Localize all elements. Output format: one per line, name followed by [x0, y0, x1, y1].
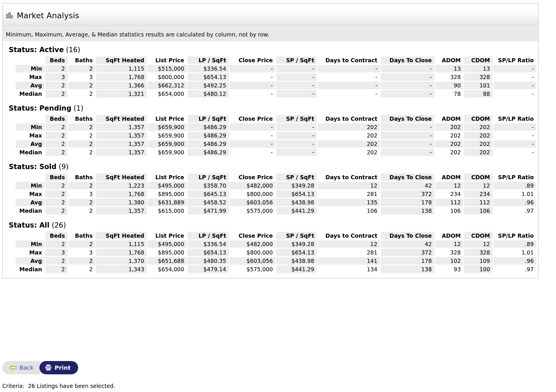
stat-cell: 372 — [381, 190, 434, 198]
stat-cell: 328 — [464, 73, 493, 81]
stat-cell: 100 — [464, 265, 493, 273]
stat-cell: 234 — [435, 190, 463, 198]
stat-cell: $631,889 — [148, 199, 187, 206]
stat-cell: 2 — [68, 82, 95, 89]
stats-row: Min221,115$495,000$336.54$482,000$349.28… — [16, 240, 536, 248]
stat-cell: 13 — [464, 65, 493, 72]
stat-cell: - — [276, 82, 317, 89]
stats-row: Max221,357$659,900$486.29--202-202202- — [16, 132, 536, 139]
stat-cell: $492.25 — [188, 82, 229, 89]
column-header: List Price — [148, 173, 187, 181]
stat-cell: - — [493, 73, 536, 81]
status-section-active: Status: Active (16) BedsBathsSqFt Heated… — [9, 46, 538, 98]
search-time-text: Search Time: 0.20 — [2, 391, 556, 392]
stat-cell: $441.29 — [276, 265, 317, 273]
statistics-content: Status: Active (16) BedsBathsSqFt Heated… — [3, 41, 538, 278]
stat-cell: 2 — [45, 257, 67, 265]
row-label: Median — [16, 149, 45, 156]
stat-cell: $662,312 — [148, 82, 187, 89]
stat-cell: 2 — [68, 149, 95, 156]
row-label: Avg — [16, 257, 45, 265]
stat-cell: 372 — [381, 249, 434, 256]
stat-cell: 93 — [435, 265, 463, 273]
stat-cell: $486.29 — [188, 132, 229, 139]
row-label: Min — [16, 182, 45, 189]
printer-icon — [45, 364, 52, 371]
stats-row: Avg221,380$631,889$458.52$603,056$438.98… — [16, 199, 536, 206]
stat-cell: 3 — [45, 73, 67, 81]
stat-cell: 328 — [435, 249, 463, 256]
stat-cell: 109 — [464, 257, 493, 265]
stat-cell: $645.13 — [188, 190, 229, 198]
stat-cell: 112 — [435, 199, 463, 206]
stat-cell: $458.52 — [188, 199, 229, 206]
market-analysis-panel: Market Analysis Minimum, Maximum, Averag… — [2, 3, 539, 279]
status-section-all: Status: All (26) BedsBathsSqFt HeatedLis… — [9, 221, 538, 274]
stat-cell: 1,343 — [96, 265, 147, 273]
stat-cell: 12 — [464, 182, 493, 189]
status-count: (1) — [74, 104, 83, 112]
stats-table-pending: BedsBathsSqFt HeatedList PriceLP / SqFtC… — [15, 114, 537, 157]
stat-cell: - — [318, 82, 380, 89]
stat-cell: - — [276, 65, 317, 72]
column-header: SP / SqFt — [276, 56, 317, 64]
column-header: Beds — [45, 173, 67, 181]
column-header: CDOM — [464, 56, 493, 64]
column-header: Close Price — [230, 232, 275, 239]
stat-cell: $486.29 — [188, 123, 229, 131]
column-header: SP/LP Ratio — [493, 56, 536, 64]
stat-cell: 1,768 — [96, 249, 147, 256]
stat-cell: 202 — [318, 132, 380, 139]
column-header: CDOM — [464, 173, 493, 181]
stat-cell: $438.98 — [276, 199, 317, 206]
stat-cell: 2 — [45, 240, 67, 248]
stat-cell: - — [381, 123, 434, 131]
stat-cell: 1.01 — [493, 190, 536, 198]
stat-cell: 202 — [464, 132, 493, 139]
stat-cell: - — [230, 140, 275, 148]
stat-cell: 12 — [318, 240, 380, 248]
stat-cell: 2 — [68, 123, 95, 131]
row-label: Median — [16, 207, 45, 215]
stat-cell: $486.29 — [188, 149, 229, 156]
stat-cell: 1,115 — [96, 65, 147, 72]
stat-cell: $575,000 — [230, 207, 275, 215]
back-button[interactable]: Back — [2, 361, 40, 374]
print-button[interactable]: Print — [39, 361, 78, 374]
stat-cell: 106 — [464, 207, 493, 215]
stat-cell: 1,357 — [96, 149, 147, 156]
print-button-label: Print — [55, 364, 71, 371]
column-header: SP/LP Ratio — [493, 232, 536, 239]
stat-cell: - — [230, 149, 275, 156]
stat-cell: 3 — [45, 249, 67, 256]
stat-cell: 2 — [68, 199, 95, 206]
stat-cell: - — [493, 132, 536, 139]
criteria-text: Criteria: 26 Listings have been selected… — [2, 382, 556, 389]
row-label-header — [16, 173, 45, 181]
stat-cell: $480.35 — [188, 257, 229, 265]
stat-cell: $479.14 — [188, 265, 229, 273]
row-label: Min — [16, 240, 45, 248]
row-label: Avg — [16, 82, 45, 89]
stat-cell: 1.01 — [493, 249, 536, 256]
stats-table-active: BedsBathsSqFt HeatedList PriceLP / SqFtC… — [15, 56, 537, 98]
row-label-header — [16, 56, 45, 64]
stat-cell: - — [230, 73, 275, 81]
stat-cell: - — [381, 140, 434, 148]
stat-cell: $471.99 — [188, 207, 229, 215]
stat-cell: - — [493, 82, 536, 89]
stat-cell: 2 — [45, 265, 67, 273]
stats-row: Median221,357$615,000$471.99$575,000$441… — [16, 207, 536, 215]
stat-cell: 101 — [464, 82, 493, 89]
stat-cell: 1,768 — [96, 73, 147, 81]
stat-cell: 2 — [68, 132, 95, 139]
stat-cell: 1,357 — [96, 140, 147, 148]
row-label: Min — [16, 65, 45, 72]
stat-cell: - — [276, 123, 317, 131]
row-label: Max — [16, 132, 45, 139]
stat-cell: $441.29 — [276, 207, 317, 215]
column-header: SP / SqFt — [276, 115, 317, 122]
row-label: Median — [16, 90, 45, 98]
column-header: Days to Contract — [318, 173, 380, 181]
status-section-sold: Status: Sold (9) BedsBathsSqFt HeatedLis… — [9, 163, 538, 215]
